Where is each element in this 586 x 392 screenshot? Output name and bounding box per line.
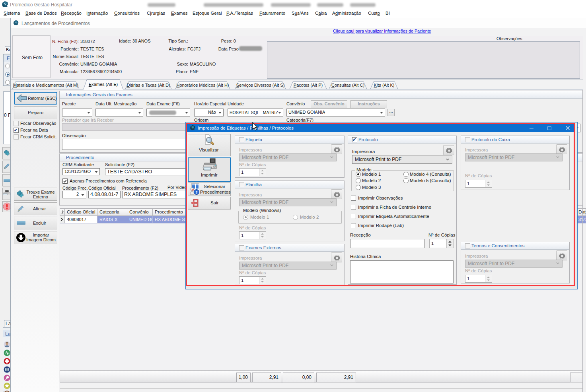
svg-text:?: ? [195, 190, 198, 194]
